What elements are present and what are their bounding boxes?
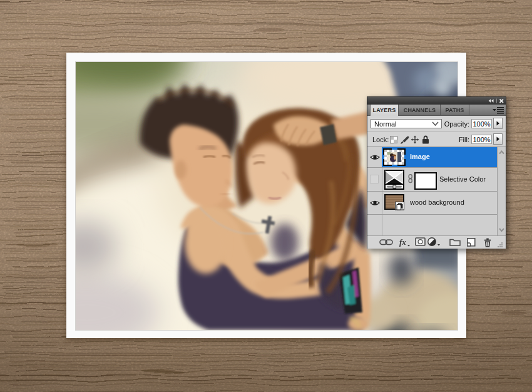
- svg-text:fx: fx: [399, 237, 406, 247]
